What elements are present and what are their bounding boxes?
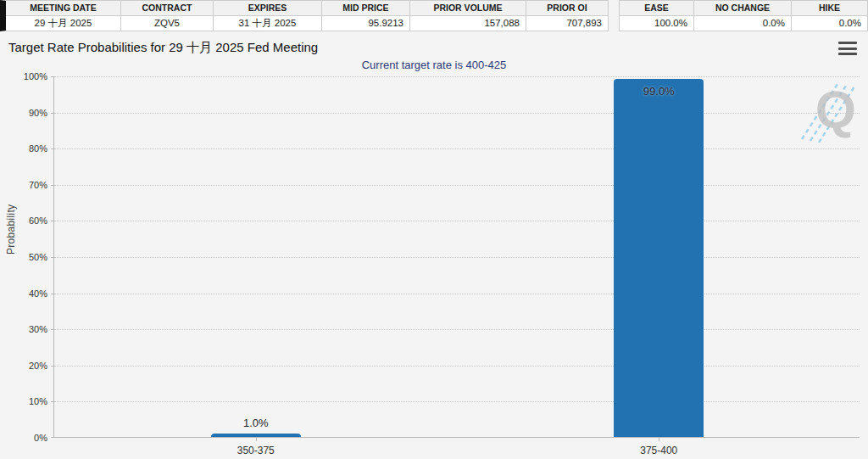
y-axis-tick [51, 401, 54, 402]
x-axis-tick [256, 437, 257, 441]
summary-strip: MEETING DATE CONTRACT EXPIRES MID PRICE … [0, 0, 868, 31]
gridline-100 [54, 76, 860, 77]
expires-value: 31 十月 2025 [214, 16, 322, 31]
ease-value: 100.0% [620, 16, 694, 31]
y-axis-tick-label: 50% [10, 251, 47, 263]
y-axis-tick-label: 80% [10, 143, 47, 154]
gridline-20 [54, 366, 860, 367]
watermark-dashes-icon [800, 78, 858, 143]
y-axis-tick [51, 76, 54, 77]
y-axis-tick-label: 20% [10, 360, 47, 372]
gridline-50 [54, 257, 860, 258]
bar-375-400[interactable] [614, 79, 704, 437]
meeting-date-value: 29 十月 2025 [6, 16, 121, 31]
plot-area: Q 0%10%20%30%40%50%60%70%80%90%100%1.0%3… [53, 76, 860, 438]
summary-left-data-row: 29 十月 2025 ZQV5 31 十月 2025 95.9213 157,0… [6, 16, 608, 31]
y-axis-tick [51, 148, 54, 149]
mid-price-value: 95.9213 [322, 16, 410, 31]
y-axis-tick [51, 329, 54, 330]
contract-value: ZQV5 [121, 16, 214, 31]
col-header-ease: EASE [620, 1, 694, 15]
y-axis-tick-label: 10% [10, 395, 47, 407]
y-axis-tick [51, 221, 54, 221]
gridline-10 [54, 401, 860, 402]
y-axis-tick-label: 90% [10, 107, 47, 119]
prior-oi-value: 707,893 [526, 16, 608, 31]
watermark-q-letter: Q [815, 83, 856, 136]
gridline-90 [54, 113, 860, 114]
y-axis-tick-label: 70% [10, 179, 47, 191]
summary-left-header-row: MEETING DATE CONTRACT EXPIRES MID PRICE … [6, 1, 608, 16]
gridline-40 [54, 294, 860, 294]
y-axis-title: Probability [5, 204, 17, 255]
y-axis-tick-label: 60% [10, 215, 47, 227]
bar-value-label: 1.0% [222, 417, 290, 429]
y-axis-tick [51, 185, 54, 186]
summary-right-header-row: EASE NO CHANGE HIKE [620, 1, 867, 16]
y-axis-tick-label: 0% [10, 432, 47, 444]
gridline-70 [54, 185, 860, 186]
gridline-30 [54, 329, 860, 330]
y-axis-tick [51, 366, 54, 367]
summary-right-data-row: 100.0% 0.0% 0.0% [620, 16, 867, 31]
x-axis-category-label: 375-400 [608, 445, 709, 456]
y-axis-tick-label: 30% [10, 323, 47, 335]
bar-value-label: 99.0% [625, 85, 693, 98]
y-axis-tick [51, 437, 54, 438]
y-axis-tick [51, 113, 54, 114]
col-header-prior-volume: PRIOR VOLUME [410, 1, 526, 15]
x-axis-category-label: 350-375 [205, 445, 307, 456]
chart-subtitle: Current target rate is 400-425 [0, 59, 868, 71]
col-header-mid-price: MID PRICE [322, 1, 410, 15]
summary-table-left: MEETING DATE CONTRACT EXPIRES MID PRICE … [0, 0, 609, 31]
hike-value: 0.0% [792, 16, 867, 31]
gridline-80 [54, 148, 860, 149]
prior-volume-value: 157,088 [410, 16, 526, 31]
menu-bar [838, 48, 857, 50]
y-axis-tick-label: 40% [10, 288, 47, 299]
watermark-q-logo: Q [800, 78, 858, 143]
menu-bar [838, 53, 857, 55]
col-header-prior-oi: PRIOR OI [526, 1, 608, 15]
chart-title: Target Rate Probabilities for 29 十月 2025… [8, 40, 318, 56]
col-header-contract: CONTRACT [121, 1, 214, 15]
summary-table-right: EASE NO CHANGE HIKE 100.0% 0.0% 0.0% [619, 0, 868, 31]
col-header-hike: HIKE [792, 1, 867, 15]
y-axis-tick [51, 294, 54, 294]
menu-bar [838, 42, 857, 44]
y-axis-tick [51, 257, 54, 258]
col-header-meeting-date: MEETING DATE [6, 1, 121, 15]
gridline-60 [54, 221, 860, 221]
col-header-no-change: NO CHANGE [694, 1, 792, 15]
menu-icon[interactable] [838, 42, 857, 55]
x-axis-tick [659, 437, 659, 441]
col-header-expires: EXPIRES [214, 1, 322, 15]
y-axis-tick-label: 100% [10, 70, 47, 82]
no-change-value: 0.0% [694, 16, 792, 31]
